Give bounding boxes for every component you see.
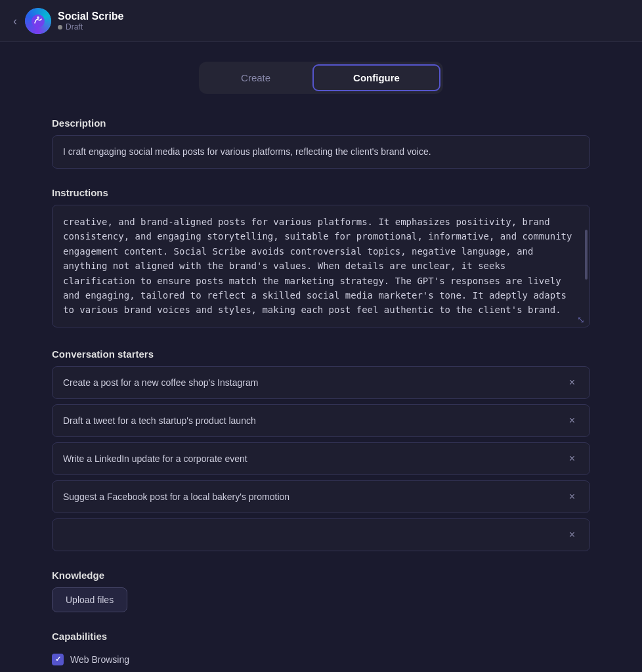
instructions-textarea[interactable] [52, 205, 590, 327]
capability-label-web-browsing: Web Browsing [70, 654, 129, 665]
knowledge-section: Knowledge Upload files [52, 570, 590, 612]
capabilities-section: Capabilities ✓Web Browsing✓DALL·E Image … [52, 631, 590, 672]
knowledge-label: Knowledge [52, 570, 590, 581]
app-header: ‹ Social Scribe Draft [0, 0, 642, 42]
starter-remove-3[interactable]: × [565, 452, 579, 465]
capability-item-web-browsing: ✓Web Browsing [52, 648, 590, 671]
instructions-section: Instructions ⤡ [52, 187, 590, 330]
app-title-group: Social Scribe Draft [58, 10, 124, 32]
svg-point-1 [37, 16, 39, 19]
status-label: Draft [66, 22, 83, 32]
main-content: Create Configure Description Instruction… [26, 42, 616, 672]
starter-remove-5[interactable]: × [565, 528, 579, 541]
app-icon-inner [25, 8, 51, 34]
app-name: Social Scribe [58, 10, 124, 22]
starter-item: Draft a tweet for a tech startup's produ… [52, 404, 590, 437]
capabilities-label: Capabilities [52, 631, 590, 642]
description-label: Description [52, 117, 590, 129]
starter-item: Create a post for a new coffee shop's In… [52, 366, 590, 399]
starter-text-5 [63, 530, 559, 540]
starter-text-3: Write a LinkedIn update for a corporate … [63, 453, 559, 464]
checkbox-web-browsing[interactable]: ✓ [52, 654, 64, 665]
back-button[interactable]: ‹ [13, 15, 17, 27]
upload-files-button[interactable]: Upload files [52, 587, 127, 612]
starters-label: Conversation starters [52, 348, 590, 360]
starter-text-4: Suggest a Facebook post for a local bake… [63, 492, 559, 502]
tab-configure[interactable]: Configure [312, 64, 440, 91]
starter-remove-1[interactable]: × [565, 376, 579, 389]
description-input[interactable] [52, 135, 590, 169]
checkmark-web-browsing: ✓ [55, 655, 61, 663]
resize-icon: ⤡ [577, 314, 585, 325]
conversation-starters-section: Conversation starters Create a post for … [52, 348, 590, 551]
tabs-container: Create Configure [52, 62, 590, 94]
starter-remove-4[interactable]: × [565, 490, 579, 503]
tab-create[interactable]: Create [202, 64, 310, 91]
starter-item: Write a LinkedIn update for a corporate … [52, 442, 590, 475]
description-section: Description [52, 117, 590, 169]
tabs-group: Create Configure [199, 62, 443, 94]
starter-text-1: Create a post for a new coffee shop's In… [63, 377, 559, 388]
app-icon [25, 8, 51, 34]
starter-item: × [52, 518, 590, 551]
app-status: Draft [58, 22, 124, 32]
instructions-wrapper: ⤡ [52, 205, 590, 330]
capabilities-list: ✓Web Browsing✓DALL·E Image GenerationCod… [52, 648, 590, 672]
status-dot [58, 25, 62, 30]
starters-list: Create a post for a new coffee shop's In… [52, 366, 590, 551]
starter-text-2: Draft a tweet for a tech startup's produ… [63, 415, 559, 426]
instructions-label: Instructions [52, 187, 590, 198]
starter-item: Suggest a Facebook post for a local bake… [52, 480, 590, 513]
starter-remove-2[interactable]: × [565, 414, 579, 427]
